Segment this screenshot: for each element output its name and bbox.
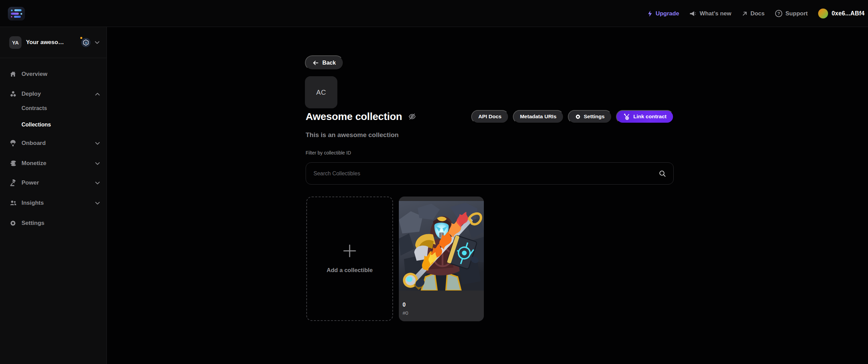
chevron-down-icon <box>95 162 100 165</box>
megaphone-icon <box>690 11 697 17</box>
sidebar-item-label: Settings <box>22 220 44 227</box>
upgrade-link[interactable]: Upgrade <box>647 10 679 17</box>
add-collectible-label: Add a collectible <box>326 267 373 274</box>
filter-label: Filter by collectible ID <box>306 150 351 156</box>
link-contract-button[interactable]: Link contract <box>616 110 674 123</box>
metadata-uris-button[interactable]: Metadata URIs <box>513 110 564 123</box>
coins-icon <box>9 160 17 167</box>
notification-dot <box>80 36 83 40</box>
chevron-down-icon <box>95 41 99 44</box>
chevron-down-icon <box>95 142 100 145</box>
sidebar-item-power[interactable]: Power <box>0 176 107 190</box>
search-box <box>306 162 674 185</box>
gavel-icon <box>9 179 17 186</box>
search-icon <box>659 170 666 177</box>
sidebar-item-collections[interactable]: Collections <box>0 119 107 131</box>
sidebar-item-label: Collections <box>22 122 51 128</box>
sidebar: YA Your aweso… Overview <box>0 27 107 364</box>
collection-description: This is an awesome collection <box>306 131 398 139</box>
wallet-menu[interactable]: 0xe6...ABf4 <box>818 9 865 18</box>
eye-off-icon <box>408 112 417 121</box>
add-collectible-card[interactable]: Add a collectible <box>306 197 393 321</box>
gear-icon <box>9 220 17 227</box>
collectible-token-id: #0 <box>403 310 480 315</box>
sidebar-item-label: Overview <box>22 71 47 78</box>
network-badge <box>81 38 90 47</box>
chevron-down-icon <box>95 202 100 205</box>
collectible-meta: 0 #0 <box>399 291 484 315</box>
docs-label: Docs <box>751 10 765 17</box>
back-button[interactable]: Back <box>305 55 344 70</box>
sidebar-item-label: Contracts <box>22 105 47 111</box>
workspace-switcher[interactable]: YA Your aweso… <box>0 27 107 58</box>
page-title: Awesome collection <box>306 111 402 122</box>
lightning-bolt-icon <box>647 11 653 17</box>
sidebar-item-label: Onboard <box>22 140 46 147</box>
api-docs-label: API Docs <box>478 113 502 120</box>
plus-icon <box>343 244 356 258</box>
metadata-uris-label: Metadata URIs <box>520 113 557 120</box>
collection-header: Awesome collection API Docs Metadata URI… <box>306 109 674 124</box>
chevron-up-icon <box>95 93 100 96</box>
wallet-address: 0xe6...ABf4 <box>831 10 865 17</box>
help-icon: ? <box>775 10 782 17</box>
settings-label: Settings <box>584 113 605 120</box>
sidebar-item-label: Power <box>22 179 39 186</box>
whats-new-label: What's new <box>700 10 731 17</box>
collection-avatar: AC <box>305 76 337 108</box>
arrow-left-icon <box>313 60 319 66</box>
sidebar-item-onboard[interactable]: Onboard <box>0 136 107 150</box>
topbar-nav: Upgrade What's new Docs ? Support 0xe6..… <box>647 0 865 27</box>
search-input[interactable] <box>306 163 673 184</box>
blocks-icon <box>9 91 17 97</box>
sidebar-item-insights[interactable]: Insights <box>0 196 107 210</box>
sidebar-item-label: Insights <box>22 200 44 206</box>
support-link[interactable]: ? Support <box>775 10 808 17</box>
collectible-card[interactable]: 0 #0 <box>399 197 484 321</box>
sidebar-item-overview[interactable]: Overview <box>0 67 107 81</box>
sidebar-item-contracts[interactable]: Contracts <box>0 103 107 114</box>
workspace-name: Your aweso… <box>26 39 64 46</box>
back-label: Back <box>322 59 336 66</box>
link-plus-icon <box>623 113 630 120</box>
gear-icon <box>575 114 581 120</box>
users-icon <box>9 200 17 206</box>
sidebar-item-label: Monetize <box>22 160 46 167</box>
collectible-name: 0 <box>403 302 480 308</box>
app-logo-icon[interactable] <box>8 7 25 21</box>
docs-link[interactable]: Docs <box>742 10 765 17</box>
whats-new-link[interactable]: What's new <box>690 10 731 17</box>
topbar: Upgrade What's new Docs ? Support 0xe6..… <box>0 0 868 27</box>
support-label: Support <box>785 10 808 17</box>
sidebar-item-deploy[interactable]: Deploy <box>0 87 107 101</box>
arrow-up-right-icon <box>742 11 747 16</box>
collectible-image <box>399 201 484 291</box>
chevron-down-icon <box>95 181 100 185</box>
sidebar-item-label: Deploy <box>22 91 41 97</box>
sidebar-item-monetize[interactable]: Monetize <box>0 157 107 170</box>
arbitrum-network-icon <box>81 38 90 47</box>
upgrade-label: Upgrade <box>656 10 679 17</box>
parachute-icon <box>9 140 17 147</box>
settings-button[interactable]: Settings <box>568 110 612 123</box>
wallet-avatar <box>818 9 828 18</box>
workspace-avatar: YA <box>9 36 22 49</box>
home-icon <box>9 71 17 78</box>
sidebar-item-settings[interactable]: Settings <box>0 216 107 230</box>
collection-actions: API Docs Metadata URIs Settings <box>471 110 674 123</box>
api-docs-button[interactable]: API Docs <box>471 110 509 123</box>
link-contract-label: Link contract <box>633 113 667 120</box>
